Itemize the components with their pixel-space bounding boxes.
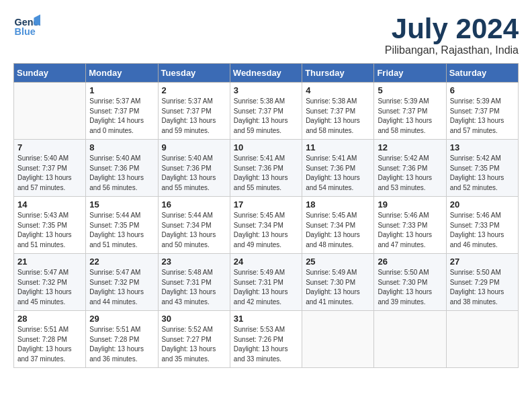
day-info: Sunrise: 5:37 AM Sunset: 7:37 PM Dayligh… — [89, 97, 154, 136]
day-info: Sunrise: 5:44 AM Sunset: 7:35 PM Dayligh… — [89, 211, 154, 250]
calendar-cell: 6Sunrise: 5:39 AM Sunset: 7:37 PM Daylig… — [446, 83, 518, 140]
day-number: 18 — [306, 199, 370, 210]
calendar-cell: 7Sunrise: 5:40 AM Sunset: 7:37 PM Daylig… — [14, 140, 86, 197]
logo: General Blue — [13, 13, 43, 40]
calendar-cell: 10Sunrise: 5:41 AM Sunset: 7:36 PM Dayli… — [230, 140, 302, 197]
day-number: 8 — [89, 142, 154, 152]
day-number: 17 — [234, 199, 298, 210]
day-number: 28 — [17, 314, 82, 324]
calendar-cell: 1Sunrise: 5:37 AM Sunset: 7:37 PM Daylig… — [86, 83, 158, 140]
day-info: Sunrise: 5:46 AM Sunset: 7:33 PM Dayligh… — [450, 211, 515, 250]
day-info: Sunrise: 5:49 AM Sunset: 7:31 PM Dayligh… — [234, 268, 298, 307]
day-number: 2 — [162, 85, 226, 95]
month-title: July 2024 — [385, 13, 519, 44]
calendar-cell: 2Sunrise: 5:37 AM Sunset: 7:37 PM Daylig… — [158, 83, 230, 140]
title-block: July 2024 Pilibangan, Rajasthan, India — [385, 13, 519, 56]
day-number: 1 — [89, 85, 154, 95]
day-number: 25 — [306, 257, 370, 267]
calendar-table: SundayMondayTuesdayWednesdayThursdayFrid… — [13, 63, 519, 368]
day-info: Sunrise: 5:44 AM Sunset: 7:34 PM Dayligh… — [162, 211, 226, 250]
calendar-cell: 28Sunrise: 5:51 AM Sunset: 7:28 PM Dayli… — [14, 311, 86, 368]
calendar-cell: 5Sunrise: 5:39 AM Sunset: 7:37 PM Daylig… — [374, 83, 446, 140]
day-info: Sunrise: 5:46 AM Sunset: 7:33 PM Dayligh… — [378, 211, 442, 250]
day-info: Sunrise: 5:47 AM Sunset: 7:32 PM Dayligh… — [17, 268, 82, 307]
calendar-cell: 18Sunrise: 5:45 AM Sunset: 7:34 PM Dayli… — [302, 197, 374, 254]
day-number: 7 — [17, 142, 82, 152]
calendar-cell — [374, 311, 446, 368]
day-number: 3 — [234, 85, 298, 95]
day-info: Sunrise: 5:50 AM Sunset: 7:29 PM Dayligh… — [450, 268, 515, 307]
calendar-cell: 23Sunrise: 5:48 AM Sunset: 7:31 PM Dayli… — [158, 254, 230, 311]
calendar-cell: 16Sunrise: 5:44 AM Sunset: 7:34 PM Dayli… — [158, 197, 230, 254]
day-info: Sunrise: 5:51 AM Sunset: 7:28 PM Dayligh… — [17, 325, 82, 364]
day-info: Sunrise: 5:39 AM Sunset: 7:37 PM Dayligh… — [450, 97, 515, 136]
calendar-cell: 19Sunrise: 5:46 AM Sunset: 7:33 PM Dayli… — [374, 197, 446, 254]
calendar-cell — [446, 311, 518, 368]
day-info: Sunrise: 5:42 AM Sunset: 7:36 PM Dayligh… — [378, 154, 442, 193]
week-row-4: 21Sunrise: 5:47 AM Sunset: 7:32 PM Dayli… — [14, 254, 519, 311]
column-header-wednesday: Wednesday — [230, 64, 302, 83]
calendar-cell: 25Sunrise: 5:49 AM Sunset: 7:30 PM Dayli… — [302, 254, 374, 311]
day-info: Sunrise: 5:41 AM Sunset: 7:36 PM Dayligh… — [306, 154, 370, 193]
calendar-cell: 15Sunrise: 5:44 AM Sunset: 7:35 PM Dayli… — [86, 197, 158, 254]
day-info: Sunrise: 5:49 AM Sunset: 7:30 PM Dayligh… — [306, 268, 370, 307]
calendar-cell: 9Sunrise: 5:40 AM Sunset: 7:36 PM Daylig… — [158, 140, 230, 197]
day-info: Sunrise: 5:52 AM Sunset: 7:27 PM Dayligh… — [162, 325, 226, 364]
column-header-monday: Monday — [86, 64, 158, 83]
day-number: 13 — [450, 142, 515, 152]
calendar-cell: 17Sunrise: 5:45 AM Sunset: 7:34 PM Dayli… — [230, 197, 302, 254]
column-header-tuesday: Tuesday — [158, 64, 230, 83]
day-number: 11 — [306, 142, 370, 152]
day-number: 21 — [17, 257, 82, 267]
svg-text:Blue: Blue — [15, 26, 36, 37]
day-number: 5 — [378, 85, 442, 95]
calendar-cell: 4Sunrise: 5:38 AM Sunset: 7:37 PM Daylig… — [302, 83, 374, 140]
day-number: 20 — [450, 199, 515, 210]
column-header-friday: Friday — [374, 64, 446, 83]
calendar-cell: 3Sunrise: 5:38 AM Sunset: 7:37 PM Daylig… — [230, 83, 302, 140]
week-row-2: 7Sunrise: 5:40 AM Sunset: 7:37 PM Daylig… — [14, 140, 519, 197]
calendar-header-row: SundayMondayTuesdayWednesdayThursdayFrid… — [14, 64, 519, 83]
day-number: 24 — [234, 257, 298, 267]
day-number: 22 — [89, 257, 154, 267]
day-info: Sunrise: 5:40 AM Sunset: 7:36 PM Dayligh… — [89, 154, 154, 193]
calendar-cell — [14, 83, 86, 140]
calendar-cell: 12Sunrise: 5:42 AM Sunset: 7:36 PM Dayli… — [374, 140, 446, 197]
calendar-cell: 11Sunrise: 5:41 AM Sunset: 7:36 PM Dayli… — [302, 140, 374, 197]
day-number: 15 — [89, 199, 154, 210]
day-number: 10 — [234, 142, 298, 152]
day-info: Sunrise: 5:45 AM Sunset: 7:34 PM Dayligh… — [234, 211, 298, 250]
day-number: 29 — [89, 314, 154, 324]
calendar-cell: 20Sunrise: 5:46 AM Sunset: 7:33 PM Dayli… — [446, 197, 518, 254]
calendar-cell — [302, 311, 374, 368]
day-info: Sunrise: 5:40 AM Sunset: 7:36 PM Dayligh… — [162, 154, 226, 193]
page-header: General Blue July 2024 Pilibangan, Rajas… — [13, 13, 519, 56]
day-number: 30 — [162, 314, 226, 324]
calendar-cell: 30Sunrise: 5:52 AM Sunset: 7:27 PM Dayli… — [158, 311, 230, 368]
calendar-cell: 26Sunrise: 5:50 AM Sunset: 7:30 PM Dayli… — [374, 254, 446, 311]
calendar-cell: 31Sunrise: 5:53 AM Sunset: 7:26 PM Dayli… — [230, 311, 302, 368]
day-number: 26 — [378, 257, 442, 267]
day-number: 4 — [306, 85, 370, 95]
day-info: Sunrise: 5:43 AM Sunset: 7:35 PM Dayligh… — [17, 211, 82, 250]
day-number: 31 — [234, 314, 298, 324]
location: Pilibangan, Rajasthan, India — [385, 44, 519, 56]
calendar-cell: 13Sunrise: 5:42 AM Sunset: 7:35 PM Dayli… — [446, 140, 518, 197]
column-header-sunday: Sunday — [14, 64, 86, 83]
day-number: 14 — [17, 199, 82, 210]
calendar-cell: 14Sunrise: 5:43 AM Sunset: 7:35 PM Dayli… — [14, 197, 86, 254]
day-number: 6 — [450, 85, 515, 95]
calendar-cell: 21Sunrise: 5:47 AM Sunset: 7:32 PM Dayli… — [14, 254, 86, 311]
calendar-cell: 27Sunrise: 5:50 AM Sunset: 7:29 PM Dayli… — [446, 254, 518, 311]
day-number: 12 — [378, 142, 442, 152]
week-row-1: 1Sunrise: 5:37 AM Sunset: 7:37 PM Daylig… — [14, 83, 519, 140]
day-info: Sunrise: 5:38 AM Sunset: 7:37 PM Dayligh… — [234, 97, 298, 136]
calendar-cell: 22Sunrise: 5:47 AM Sunset: 7:32 PM Dayli… — [86, 254, 158, 311]
calendar-body: 1Sunrise: 5:37 AM Sunset: 7:37 PM Daylig… — [14, 83, 519, 368]
day-number: 27 — [450, 257, 515, 267]
day-info: Sunrise: 5:45 AM Sunset: 7:34 PM Dayligh… — [306, 211, 370, 250]
day-number: 16 — [162, 199, 226, 210]
week-row-5: 28Sunrise: 5:51 AM Sunset: 7:28 PM Dayli… — [14, 311, 519, 368]
day-number: 19 — [378, 199, 442, 210]
calendar-cell: 29Sunrise: 5:51 AM Sunset: 7:28 PM Dayli… — [86, 311, 158, 368]
